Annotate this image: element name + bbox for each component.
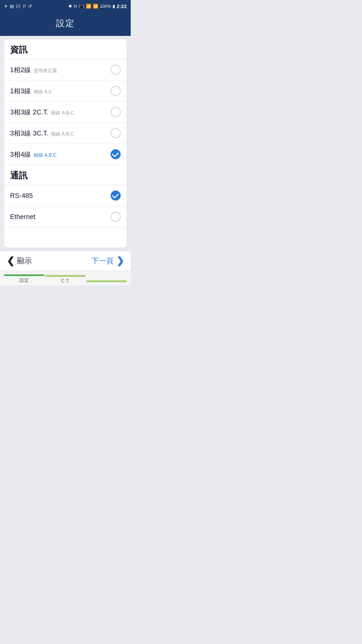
item-label-1phase3wire: 1相3線 相線 A,C xyxy=(10,87,52,96)
list-item-1phase2wire[interactable]: 1相2線 使用者定義 xyxy=(4,59,127,80)
tab-settings-indicator xyxy=(4,274,44,276)
list-item-3phase4wire[interactable]: 3相4線 相線 A,B,C xyxy=(4,144,127,165)
list-item-3phase3wire3ct[interactable]: 3相3線 3C.T. 相線 A,B,C xyxy=(4,123,127,144)
tab-empty-indicator xyxy=(86,280,127,282)
tab-ct[interactable]: C.T. xyxy=(45,275,85,283)
page-header: 設定 xyxy=(0,12,131,36)
code-icon: ⟨/⟩ xyxy=(16,4,20,9)
radio-3phase3wire2ct[interactable] xyxy=(111,107,121,117)
code2-icon: ⟨/⟩ xyxy=(22,4,26,8)
status-right-icons: ✱ N 📳 📶 📶 100% ▮ 2:22 xyxy=(68,3,127,9)
list-item-3phase3wire2ct[interactable]: 3相3線 2C.T. 相線 A,B,C xyxy=(4,102,127,123)
phone-icon: ↺ xyxy=(28,4,32,9)
list-item-1phase3wire[interactable]: 1相3線 相線 A,C xyxy=(4,80,127,102)
item-label-ethernet: Ethernet xyxy=(10,213,36,221)
next-label: 下一頁 xyxy=(92,256,114,266)
back-button[interactable]: ❮ 顯示 xyxy=(7,256,32,266)
battery-percentage: 100% xyxy=(100,4,111,9)
list-item-rs485[interactable]: RS-485 xyxy=(4,185,127,206)
radio-3phase4wire[interactable] xyxy=(111,149,121,159)
status-left-icons: ✛ ▤ ⟨/⟩ ⟨/⟩ ↺ xyxy=(4,4,32,9)
radio-ethernet[interactable] xyxy=(111,212,121,222)
item-label-1phase2wire: 1相2線 使用者定義 xyxy=(10,65,57,74)
item-label-rs485: RS-485 xyxy=(10,192,33,200)
item-label-3phase3wire3ct: 3相3線 3C.T. 相線 A,B,C xyxy=(10,129,74,138)
screen-icon: ▤ xyxy=(10,4,14,9)
main-content: 資訊 1相2線 使用者定義 1相3線 相線 A,C 3相3線 2C.T. 相線 … xyxy=(0,36,131,251)
tab-settings[interactable]: 設定 xyxy=(4,274,44,283)
next-button[interactable]: 下一頁 ❯ xyxy=(92,256,124,266)
item-label-3phase3wire2ct: 3相3線 2C.T. 相線 A,B,C xyxy=(10,108,74,117)
radio-1phase3wire[interactable] xyxy=(111,86,121,96)
clock: 2:22 xyxy=(117,3,127,9)
tab-empty[interactable] xyxy=(86,280,127,283)
signal-icon: 📶 xyxy=(93,4,98,9)
tab-ct-indicator xyxy=(45,275,85,277)
back-label: 顯示 xyxy=(17,256,32,266)
radio-1phase2wire[interactable] xyxy=(111,65,121,75)
nfc-icon: N xyxy=(74,4,77,9)
tab-ct-label: C.T. xyxy=(61,278,70,283)
vibrate-icon: 📳 xyxy=(79,4,84,9)
list-item-ethernet[interactable]: Ethernet xyxy=(4,206,127,227)
chevron-right-icon: ❯ xyxy=(116,256,124,266)
radio-rs485[interactable] xyxy=(111,191,121,201)
status-bar: ✛ ▤ ⟨/⟩ ⟨/⟩ ↺ ✱ N 📳 📶 📶 100% ▮ 2:22 xyxy=(0,0,131,12)
item-label-3phase4wire: 3相4線 相線 A,B,C xyxy=(10,150,57,159)
chevron-left-icon: ❮ xyxy=(7,256,14,266)
spacer-row xyxy=(4,227,127,248)
battery-icon: ▮ xyxy=(113,4,115,9)
section-comm-header: 通訊 xyxy=(4,165,127,185)
add-icon: ✛ xyxy=(4,4,8,9)
settings-card: 資訊 1相2線 使用者定義 1相3線 相線 A,C 3相3線 2C.T. 相線 … xyxy=(4,39,127,248)
section-info-header: 資訊 xyxy=(4,39,127,59)
radio-3phase3wire3ct[interactable] xyxy=(111,128,121,138)
bluetooth-icon: ✱ xyxy=(68,4,72,9)
bottom-navigation: ❮ 顯示 下一頁 ❯ xyxy=(0,251,131,271)
tab-bar: 設定 C.T. xyxy=(0,271,131,285)
tab-settings-label: 設定 xyxy=(19,277,29,283)
wifi-icon: 📶 xyxy=(86,4,91,9)
page-title: 設定 xyxy=(56,18,75,28)
